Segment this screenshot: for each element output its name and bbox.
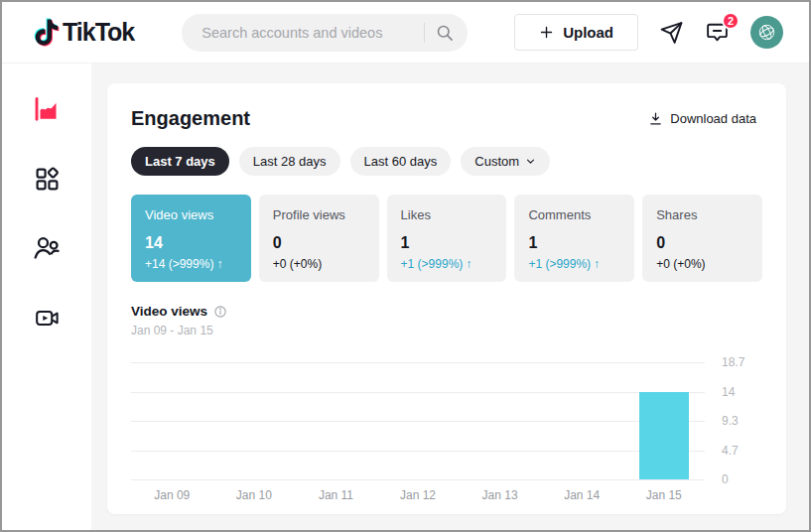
panel-header: Engagement Download data [131, 107, 762, 130]
bar-cell [541, 362, 623, 479]
metric-card-video-views[interactable]: Video views 14 +14 (>999%)↑ [131, 195, 251, 282]
metric-card-profile-views[interactable]: Profile views 0 +0 (+0%) [259, 195, 379, 282]
grid-diamond-icon [33, 165, 62, 194]
x-label: Jan 14 [541, 488, 623, 502]
download-label: Download data [670, 111, 756, 126]
card-value: 1 [401, 234, 493, 252]
chart-plot-area [131, 362, 705, 479]
upload-label: Upload [563, 24, 613, 41]
chart-bar-jan-15[interactable] [639, 392, 689, 479]
logo-wordmark: TikTok [63, 18, 134, 47]
card-delta: +1 (>999%) [528, 257, 591, 271]
chart-bars [131, 362, 705, 479]
card-value: 0 [273, 234, 365, 252]
card-value: 0 [656, 234, 748, 252]
card-value: 1 [528, 234, 620, 252]
upload-button[interactable]: Upload [514, 14, 638, 51]
tiktok-note-icon [34, 18, 60, 47]
bar-cell [377, 362, 460, 479]
send-icon [659, 20, 684, 45]
y-axis-labels: 18.7 14 9.3 4.7 0 [705, 362, 762, 479]
notification-badge: 2 [722, 12, 740, 30]
y-tick: 4.7 [722, 444, 739, 458]
card-delta: +1 (>999%) [401, 257, 464, 271]
metric-card-shares[interactable]: Shares 0 +0 (+0%) [642, 195, 762, 282]
chart-header: Video views Jan 09 - Jan 15 [131, 304, 762, 337]
chart-title: Video views [131, 304, 207, 319]
globe-icon [756, 22, 777, 43]
filter-last-7-days[interactable]: Last 7 days [131, 147, 229, 176]
x-label: Jan 13 [459, 488, 541, 502]
avatar[interactable] [750, 16, 783, 49]
x-label: Jan 11 [295, 488, 377, 502]
card-label: Video views [145, 207, 237, 222]
metric-cards: Video views 14 +14 (>999%)↑ Profile view… [131, 195, 762, 282]
card-delta: +0 (+0%) [656, 257, 705, 271]
inbox-button[interactable]: 2 [705, 20, 730, 45]
card-delta: +0 (+0%) [273, 257, 322, 271]
search-divider [424, 23, 425, 43]
sidebar [2, 64, 91, 530]
plus-icon [539, 25, 554, 40]
metric-card-comments[interactable]: Comments 1 +1 (>999%)↑ [514, 195, 634, 282]
bar-cell [295, 362, 377, 479]
card-label: Shares [656, 207, 748, 222]
sidebar-item-content[interactable] [31, 163, 63, 195]
bar-cell [459, 362, 541, 479]
tiktok-logo[interactable]: TikTok [34, 18, 134, 47]
bar-cell [131, 362, 213, 479]
info-icon[interactable] [213, 305, 227, 319]
sidebar-item-live[interactable] [31, 302, 63, 333]
topbar-actions: Upload 2 [514, 14, 783, 51]
analytics-chart-icon [32, 94, 62, 124]
filter-last-28-days[interactable]: Last 28 days [239, 147, 340, 176]
trend-up-icon: ↑ [216, 257, 222, 271]
x-label: Jan 10 [213, 488, 296, 502]
video-views-chart: Jan 09 Jan 10 Jan 11 Jan 12 Jan 13 Jan 1… [131, 362, 762, 502]
download-data-button[interactable]: Download data [642, 110, 762, 127]
gridline [131, 479, 705, 480]
filter-custom[interactable]: Custom [461, 147, 550, 176]
bar-cell [622, 362, 705, 479]
y-tick: 0 [722, 472, 729, 486]
filter-last-60-days[interactable]: Last 60 days [350, 147, 452, 176]
trend-up-icon: ↑ [466, 257, 472, 271]
search-bar[interactable] [182, 14, 468, 52]
bar-cell [213, 362, 296, 479]
card-value: 14 [145, 234, 237, 252]
date-filter-group: Last 7 days Last 28 days Last 60 days Cu… [131, 147, 762, 176]
card-label: Comments [528, 207, 620, 222]
y-tick: 14 [722, 385, 735, 399]
main-area: Engagement Download data Last 7 days Las… [91, 64, 809, 530]
page-title: Engagement [131, 107, 250, 130]
top-bar: TikTok Upload [2, 2, 809, 64]
x-label: Jan 15 [622, 488, 705, 502]
chart-date-range: Jan 09 - Jan 15 [131, 324, 762, 337]
search-input[interactable] [200, 24, 418, 42]
x-axis-labels: Jan 09 Jan 10 Jan 11 Jan 12 Jan 13 Jan 1… [131, 488, 705, 502]
followers-icon [32, 233, 62, 263]
engagement-panel: Engagement Download data Last 7 days Las… [107, 83, 786, 514]
y-tick: 18.7 [722, 355, 744, 369]
sidebar-item-followers[interactable] [31, 232, 63, 264]
x-label: Jan 09 [131, 488, 213, 502]
card-delta: +14 (>999%) [145, 257, 213, 271]
download-icon [648, 111, 663, 126]
card-label: Likes [401, 207, 493, 222]
share-button[interactable] [659, 20, 684, 45]
video-camera-icon [34, 305, 61, 332]
chevron-down-icon [525, 156, 536, 167]
filter-custom-label: Custom [474, 154, 519, 169]
metric-card-likes[interactable]: Likes 1 +1 (>999%)↑ [387, 195, 507, 282]
card-label: Profile views [273, 207, 365, 222]
app-body: Engagement Download data Last 7 days Las… [2, 64, 809, 530]
x-label: Jan 12 [377, 488, 460, 502]
tiktok-analytics-window: TikTok Upload [0, 0, 811, 532]
y-tick: 9.3 [722, 414, 739, 428]
trend-up-icon: ↑ [594, 257, 600, 271]
sidebar-item-analytics[interactable] [31, 93, 63, 125]
search-icon[interactable] [435, 23, 455, 43]
